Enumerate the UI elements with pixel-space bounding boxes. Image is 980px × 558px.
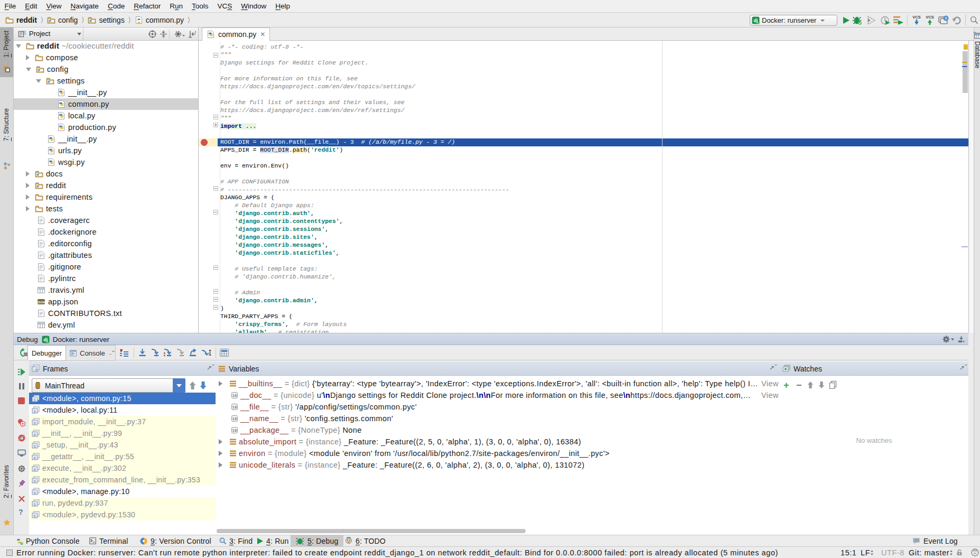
svg-text:dj: dj bbox=[43, 337, 48, 342]
svg-text:s: s bbox=[35, 368, 37, 372]
svg-text:VCS: VCS bbox=[912, 15, 920, 20]
svg-text:VCS: VCS bbox=[926, 15, 934, 20]
svg-text:dj: dj bbox=[754, 18, 758, 23]
